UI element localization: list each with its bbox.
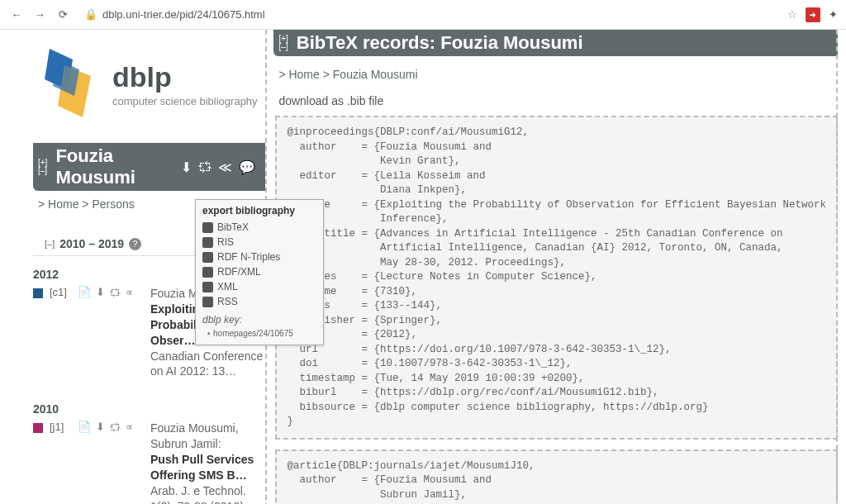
publication-j1: [j1] 📄 ⬇ ⮔ ∝ Fouzia Mousumi, Subrun Jami… xyxy=(33,421,265,504)
pub-type-journal-icon xyxy=(33,423,43,433)
pub-type-conference-icon xyxy=(33,288,43,298)
logo-block: dblp computer science bibliography xyxy=(33,45,265,123)
author-header-bar: [+][–] Fouzia Mousumi ⬇ ⮔ ≪ 💬 xyxy=(33,143,265,191)
dblp-key-label: dblp key: xyxy=(202,312,316,327)
bibtex-entry-1[interactable]: @inproceedings{DBLP:conf/ai/MousumiG12, … xyxy=(275,116,838,440)
link-icon[interactable]: ⮔ xyxy=(110,286,121,298)
xml-icon xyxy=(202,282,213,292)
export-rdf-xml[interactable]: RDF/XML xyxy=(202,264,316,279)
doc-icon[interactable]: 📄 xyxy=(78,421,91,433)
link-icon[interactable]: ⮔ xyxy=(110,421,121,433)
author-name: Fouzia Mousumi xyxy=(52,145,176,188)
export-rdf-ntriples[interactable]: RDF N-Triples xyxy=(202,250,316,264)
dblp-key-value[interactable]: homepages/24/10675 xyxy=(202,327,316,340)
pub-venue[interactable]: Canadian Conference on AI 2012: 13… xyxy=(150,349,263,378)
at-icon xyxy=(202,222,213,233)
logo-tagline: computer science bibliography xyxy=(112,95,258,107)
decade-label: 2010 – 2019 xyxy=(59,237,124,250)
crumb-home[interactable]: Home xyxy=(48,197,78,211)
forward-button[interactable]: → xyxy=(31,7,48,23)
export-bibtex[interactable]: BibTeX xyxy=(202,220,316,235)
export-rss[interactable]: RSS xyxy=(202,294,316,309)
link-icon[interactable]: ⮔ xyxy=(198,159,212,175)
download-icon[interactable]: ⬇ xyxy=(96,421,105,433)
year-2010: 2010 xyxy=(33,391,265,421)
export-ris[interactable]: RIS xyxy=(202,235,316,250)
rdf-icon xyxy=(202,252,213,263)
download-icon[interactable]: ⬇ xyxy=(181,159,192,175)
crumb-author[interactable]: Fouzia Mousumi xyxy=(333,68,418,81)
address-bar[interactable]: 🔒 dblp.uni-trier.de/pid/24/10675.html xyxy=(78,5,781,24)
lock-icon: 🔒 xyxy=(84,8,97,21)
back-button[interactable]: ← xyxy=(8,7,25,23)
crumb-persons[interactable]: Persons xyxy=(92,197,134,211)
right-column: [+][–] BibTeX records: Fouzia Mousumi > … xyxy=(265,30,846,504)
export-bibliography-popup: export bibliography BibTeX RIS RDF N-Tri… xyxy=(195,199,324,345)
expand-collapse-toggle[interactable]: [+][–] xyxy=(278,35,288,51)
left-column: dblp computer science bibliography [+][–… xyxy=(0,30,265,504)
url-text: dblp.uni-trier.de/pid/24/10675.html xyxy=(102,8,265,21)
download-icon[interactable]: ⬇ xyxy=(96,286,105,298)
pub-key: [c1] xyxy=(50,286,71,298)
export-xml[interactable]: XML xyxy=(202,279,316,294)
share-icon[interactable]: ∝ xyxy=(126,421,133,433)
svg-marker-2 xyxy=(53,59,79,96)
reload-button[interactable]: ⟳ xyxy=(55,7,71,23)
crumb-home[interactable]: Home xyxy=(288,68,319,81)
bibtex-header-bar: [+][–] BibTeX records: Fouzia Mousumi xyxy=(273,30,838,56)
dblp-logo-icon xyxy=(33,45,99,123)
popup-title: export bibliography xyxy=(202,203,316,218)
extensions-icon[interactable]: ✦ xyxy=(829,8,838,21)
rss-icon xyxy=(202,297,213,307)
file-icon xyxy=(202,237,213,248)
pub-authors[interactable]: Fouzia Mousumi, Subrun Jamil: xyxy=(150,421,239,450)
pub-title[interactable]: Push Pull Services Offering SMS B… xyxy=(150,452,265,483)
comment-icon[interactable]: 💬 xyxy=(239,159,255,175)
help-icon[interactable]: ? xyxy=(129,238,141,250)
browser-toolbar: ← → ⟳ 🔒 dblp.uni-trier.de/pid/24/10675.h… xyxy=(0,0,846,30)
share-icon[interactable]: ≪ xyxy=(218,159,232,175)
decade-toggle[interactable]: [–] xyxy=(45,239,55,249)
pub-key: [j1] xyxy=(50,421,71,433)
logo-title: dblp xyxy=(112,61,258,93)
bibtex-header-title: BibTeX records: Fouzia Mousumi xyxy=(293,32,583,54)
bibtex-entry-2[interactable]: @article{DBLP:journals/iajet/MousumiJ10,… xyxy=(275,449,838,505)
doc-icon[interactable]: 📄 xyxy=(78,286,91,298)
bookmark-star-icon[interactable]: ☆ xyxy=(787,8,797,21)
pdf-extension-icon[interactable]: ➔ xyxy=(806,7,820,22)
expand-collapse-toggle[interactable]: [+][–] xyxy=(38,159,47,175)
right-breadcrumb: > Home > Fouzia Mousumi xyxy=(273,56,846,89)
share-icon[interactable]: ∝ xyxy=(126,286,133,298)
rdf-icon xyxy=(202,267,213,278)
download-bib-link[interactable]: download as .bib file xyxy=(273,89,846,116)
pub-venue[interactable]: Arab. J. e Technol. 1(3): 79-88 (2010) xyxy=(150,484,246,504)
